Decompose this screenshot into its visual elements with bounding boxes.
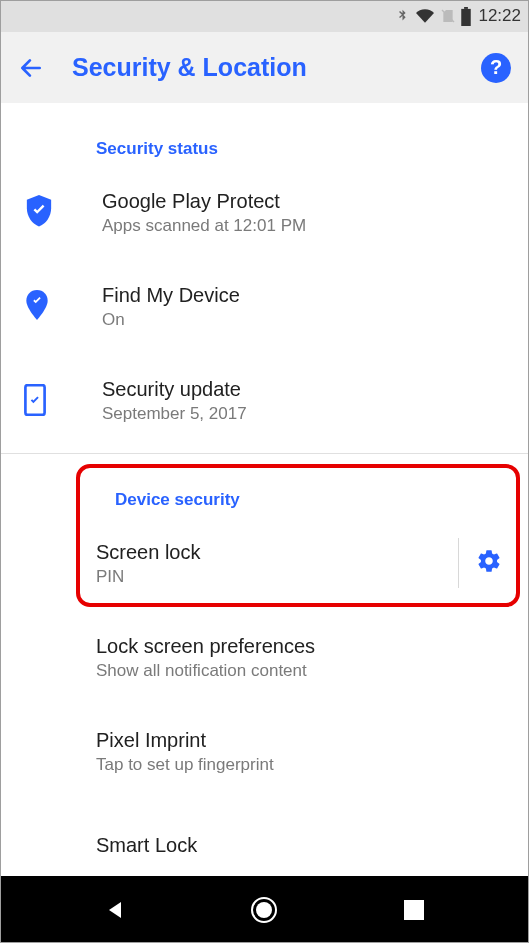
item-title: Lock screen preferences bbox=[96, 633, 509, 659]
item-subtitle: Tap to set up fingerprint bbox=[96, 755, 509, 775]
item-pixel-imprint[interactable]: Pixel Imprint Tap to set up fingerprint bbox=[0, 704, 529, 798]
help-icon: ? bbox=[490, 56, 502, 79]
item-lock-screen-preferences[interactable]: Lock screen preferences Show all notific… bbox=[0, 610, 529, 704]
item-screen-lock[interactable]: Screen lock PIN bbox=[0, 516, 529, 610]
shield-check-icon bbox=[18, 195, 102, 229]
wifi-icon bbox=[414, 7, 436, 25]
item-title: Security update bbox=[102, 376, 509, 402]
svg-point-5 bbox=[256, 902, 272, 918]
section-header-device-security: Device security bbox=[0, 454, 529, 516]
bluetooth-icon bbox=[395, 6, 410, 26]
svg-rect-1 bbox=[462, 8, 472, 25]
phone-check-icon bbox=[18, 384, 102, 416]
item-security-update[interactable]: Security update September 5, 2017 bbox=[0, 353, 529, 447]
status-clock: 12:22 bbox=[478, 6, 521, 26]
page-title: Security & Location bbox=[62, 53, 481, 82]
nav-home-button[interactable] bbox=[246, 892, 282, 928]
back-button[interactable] bbox=[18, 55, 62, 81]
item-title: Screen lock bbox=[96, 539, 450, 565]
gear-icon bbox=[476, 548, 502, 578]
item-find-my-device[interactable]: Find My Device On bbox=[0, 259, 529, 353]
item-subtitle: PIN bbox=[96, 567, 450, 587]
item-subtitle: Apps scanned at 12:01 PM bbox=[102, 216, 509, 236]
item-subtitle: September 5, 2017 bbox=[102, 404, 509, 424]
battery-icon bbox=[460, 7, 472, 26]
item-subtitle: On bbox=[102, 310, 509, 330]
item-google-play-protect[interactable]: Google Play Protect Apps scanned at 12:0… bbox=[0, 165, 529, 259]
navigation-bar bbox=[0, 876, 529, 943]
help-button[interactable]: ? bbox=[481, 53, 511, 83]
nav-recent-button[interactable] bbox=[396, 892, 432, 928]
item-title: Pixel Imprint bbox=[96, 727, 509, 753]
svg-rect-6 bbox=[404, 900, 424, 920]
item-title: Smart Lock bbox=[96, 832, 509, 858]
status-bar: 12:22 bbox=[0, 0, 529, 32]
no-sim-icon bbox=[440, 7, 456, 25]
section-header-security-status: Security status bbox=[0, 103, 529, 165]
app-bar: Security & Location ? bbox=[0, 32, 529, 104]
location-check-icon bbox=[18, 290, 102, 322]
item-title: Google Play Protect bbox=[102, 188, 509, 214]
content-area: Security status Google Play Protect Apps… bbox=[0, 103, 529, 876]
item-subtitle: Show all notification content bbox=[96, 661, 509, 681]
svg-rect-2 bbox=[465, 7, 469, 9]
item-smart-lock[interactable]: Smart Lock bbox=[0, 798, 529, 876]
item-title: Find My Device bbox=[102, 282, 509, 308]
nav-back-button[interactable] bbox=[97, 892, 133, 928]
screen-lock-settings-button[interactable] bbox=[458, 538, 519, 588]
